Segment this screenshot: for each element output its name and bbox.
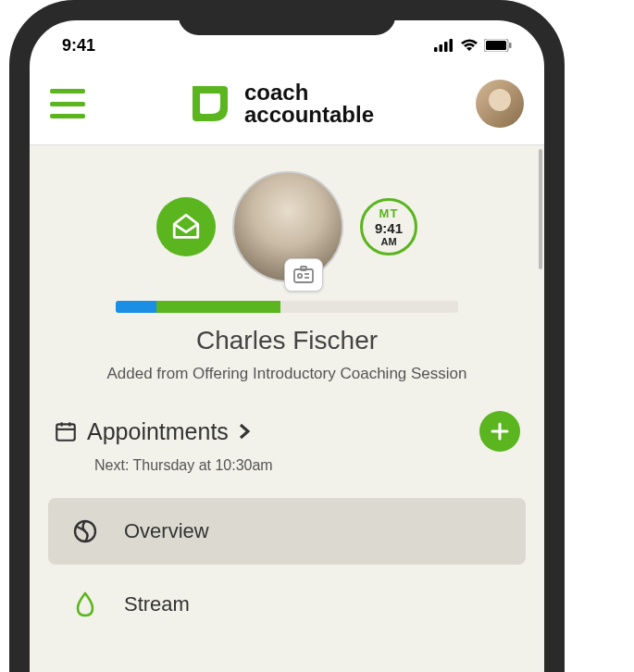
client-name: Charles Fischer [48, 326, 526, 355]
app-header: coach accountable [30, 70, 544, 145]
id-card-icon [292, 266, 315, 284]
menu-button[interactable] [50, 89, 85, 118]
status-time: 9:41 [62, 36, 95, 56]
timezone-badge[interactable]: MT 9:41 AM [360, 198, 417, 255]
phone-frame: 9:41 [9, 0, 565, 672]
calendar-icon [54, 419, 78, 443]
brand-logo[interactable]: coach accountable [187, 81, 374, 127]
wifi-icon [460, 39, 479, 52]
progress-segment-1 [116, 301, 156, 313]
add-appointment-button[interactable] [479, 411, 520, 452]
plus-icon [490, 421, 510, 442]
tab-overview[interactable]: Overview [48, 498, 526, 565]
id-card-button[interactable] [284, 258, 323, 292]
battery-icon [484, 39, 512, 52]
overview-icon [72, 518, 98, 544]
email-button[interactable] [156, 197, 216, 256]
svg-rect-8 [301, 267, 306, 270]
user-avatar[interactable] [476, 80, 524, 128]
brand-line2: accountable [244, 104, 374, 126]
leaf-icon [187, 81, 233, 127]
phone-notch [179, 0, 396, 35]
svg-rect-0 [434, 47, 438, 52]
svg-point-9 [298, 274, 302, 278]
signal-icon [434, 39, 454, 52]
svg-rect-6 [509, 43, 512, 48]
tab-overview-label: Overview [124, 519, 209, 543]
timezone-ampm: AM [380, 236, 396, 247]
timezone-time: 9:41 [375, 220, 403, 236]
svg-rect-12 [56, 424, 75, 440]
client-photo[interactable] [232, 171, 343, 282]
tab-stream[interactable]: Stream [48, 570, 526, 639]
brand-line1: coach [244, 81, 374, 104]
progress-bar [116, 301, 458, 313]
phone-screen: 9:41 [30, 20, 544, 672]
scrollbar[interactable] [539, 149, 542, 269]
svg-rect-3 [450, 39, 454, 52]
page-content: MT 9:41 AM Charles Fischer Added from Of… [30, 145, 544, 672]
progress-segment-2 [156, 301, 280, 313]
tab-stream-label: Stream [124, 592, 190, 616]
chevron-right-icon [238, 422, 251, 441]
timezone-label: MT [379, 206, 399, 220]
appointments-header[interactable]: Appointments [54, 418, 251, 445]
envelope-open-icon [170, 211, 202, 243]
svg-rect-1 [440, 44, 443, 52]
client-note: Added from Offering Introductory Coachin… [48, 365, 526, 383]
appointments-label: Appointments [87, 418, 229, 445]
stream-icon [72, 591, 98, 618]
svg-rect-2 [444, 42, 448, 52]
next-appointment: Next: Thursday at 10:30am [48, 457, 526, 474]
svg-rect-5 [486, 41, 506, 50]
